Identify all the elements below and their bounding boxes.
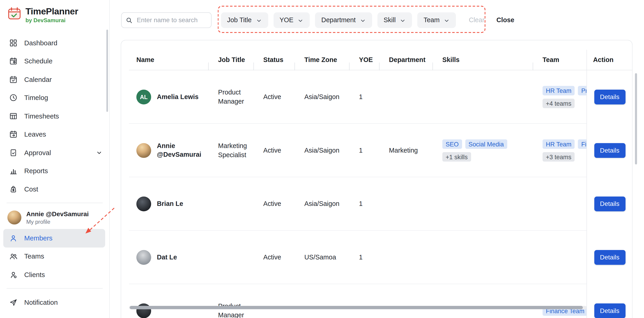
money-bag-icon	[9, 185, 18, 194]
avatar: AL	[136, 90, 151, 105]
table-row: AL Amelia Lewis Product Manager Active A…	[129, 70, 632, 124]
member-name: Annie @DevSamurai	[157, 142, 204, 159]
app-logo-icon	[7, 7, 21, 22]
column-header-skills: Skills	[435, 56, 535, 63]
sidebar-item-label: Schedule	[24, 57, 52, 65]
column-header-job-title: Job Title	[211, 56, 256, 63]
team-chip: Fi	[578, 139, 586, 149]
filter-skill[interactable]: Skill	[378, 12, 412, 28]
avatar	[136, 250, 151, 265]
profile-subtitle: My profile	[26, 219, 89, 225]
sidebar-item-clients[interactable]: Clients	[0, 266, 109, 284]
vertical-scrollbar[interactable]	[635, 73, 637, 164]
sidebar-scrollbar[interactable]	[106, 30, 108, 112]
send-icon	[9, 298, 18, 307]
team-chip: HR Team	[542, 139, 575, 149]
members-table-card: Name Job Title Status Time Zone YOE Depa…	[121, 40, 632, 318]
member-time-zone: US/Samoa	[297, 231, 352, 284]
details-button[interactable]: Details	[594, 143, 626, 158]
sidebar-item-schedule[interactable]: Schedule	[0, 52, 109, 70]
sidebar-item-members[interactable]: Members	[3, 229, 105, 247]
member-yoe: 1	[352, 231, 382, 284]
more-teams-chip: +4 teams	[542, 99, 574, 108]
column-header-department: Department	[382, 56, 435, 63]
sidebar-item-timelog[interactable]: Timelog	[0, 89, 109, 107]
sidebar-nav-people: Members Teams Clients	[0, 228, 109, 284]
column-header-action: Action	[586, 56, 632, 63]
profile-avatar	[7, 211, 21, 225]
more-teams-chip: +3 teams	[542, 152, 574, 162]
profile-section[interactable]: Annie @DevSamurai My profile	[0, 207, 109, 228]
sidebar-item-label: Leaves	[24, 130, 46, 138]
app-title: TimePlanner	[25, 7, 78, 17]
search-icon	[126, 17, 133, 24]
calendar-export-icon	[9, 130, 18, 139]
member-time-zone: Asia/Saigon	[297, 124, 352, 177]
column-header-status: Status	[256, 56, 297, 63]
sidebar-item-reports[interactable]: Reports	[0, 162, 109, 180]
member-status: Active	[256, 177, 297, 231]
sidebar-nav: Dashboard Schedule Calendar Timelog Time…	[0, 31, 109, 198]
skill-chip: Social Media	[465, 139, 507, 149]
team-chip: Pr	[578, 86, 586, 95]
details-button[interactable]: Details	[594, 90, 626, 105]
sidebar-item-label: Dashboard	[24, 39, 57, 47]
filter-label: Team	[424, 17, 440, 24]
details-button[interactable]: Details	[594, 303, 626, 318]
member-job-title: Marketing Specialist	[211, 124, 256, 177]
member-name: Amelia Lewis	[157, 93, 198, 101]
member-job-title	[211, 177, 256, 231]
avatar	[136, 303, 151, 318]
member-department	[382, 177, 435, 231]
sidebar-item-dashboard[interactable]: Dashboard	[0, 34, 109, 52]
filter-job-title[interactable]: Job Title	[221, 12, 268, 28]
member-status	[256, 284, 297, 318]
chevron-down-icon	[360, 17, 366, 24]
schedule-icon	[9, 57, 18, 66]
sidebar-item-label: Cost	[24, 185, 38, 193]
sidebar-item-calendar[interactable]: Calendar	[0, 70, 109, 89]
dashboard-icon	[9, 39, 18, 47]
member-teams: HR Team Pr +4 teams	[535, 70, 587, 124]
member-job-title: Product Manager	[211, 284, 256, 318]
main-content: Job Title YOE Department Skill Team Clea…	[110, 0, 644, 318]
members-table: Name Job Title Status Time Zone YOE Depa…	[129, 50, 632, 318]
member-skills	[435, 177, 535, 231]
member-time-zone: Asia/Saigon	[297, 70, 352, 124]
filter-yoe[interactable]: YOE	[273, 12, 310, 28]
sidebar-item-teams[interactable]: Teams	[0, 247, 109, 266]
people-icon	[9, 252, 18, 261]
chevron-down-icon	[256, 17, 262, 24]
person-icon	[9, 234, 18, 242]
clock-icon	[9, 93, 18, 102]
filter-label: Department	[321, 17, 356, 24]
column-header-yoe: YOE	[352, 56, 382, 63]
sidebar-nav-bottom: Notification	[0, 293, 109, 312]
close-filters-button[interactable]: Close	[496, 17, 514, 24]
member-department	[382, 284, 435, 318]
filter-team[interactable]: Team	[418, 12, 456, 28]
sidebar-divider	[7, 288, 103, 288]
chevron-down-icon	[400, 17, 406, 24]
member-department	[382, 231, 435, 284]
sidebar-item-approval[interactable]: Approval	[0, 143, 109, 162]
details-button[interactable]: Details	[594, 250, 626, 265]
column-header-team: Team	[535, 56, 587, 63]
clear-filters-button[interactable]: Clear	[469, 17, 484, 24]
sidebar-item-timesheets[interactable]: Timesheets	[0, 107, 109, 125]
sidebar-item-label: Reports	[24, 167, 48, 175]
filter-bar: Job Title YOE Department Skill Team Clea…	[221, 12, 514, 28]
app-byline: by DevSamurai	[25, 17, 78, 24]
horizontal-scrollbar[interactable]	[129, 306, 586, 309]
filter-department[interactable]: Department	[315, 12, 372, 28]
member-department: Marketing	[382, 124, 435, 177]
filter-label: YOE	[280, 17, 294, 24]
sidebar-item-notification[interactable]: Notification	[0, 293, 109, 311]
member-teams	[535, 177, 587, 231]
details-button[interactable]: Details	[594, 196, 626, 211]
filter-label: Job Title	[227, 17, 252, 24]
horizontal-scrollbar-thumb[interactable]	[130, 306, 583, 309]
search-input[interactable]	[136, 16, 207, 24]
sidebar-item-cost[interactable]: Cost	[0, 180, 109, 198]
sidebar-item-leaves[interactable]: Leaves	[0, 125, 109, 143]
